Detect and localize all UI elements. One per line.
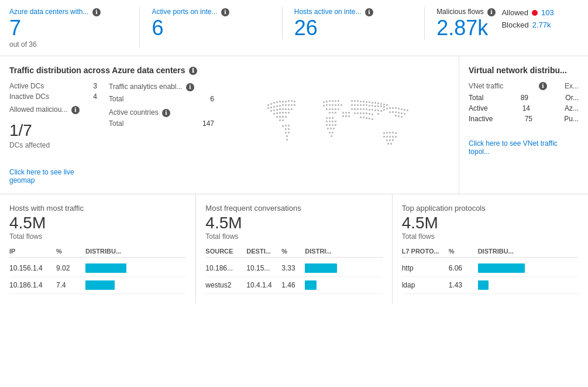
hosts-active-label[interactable]: Hosts active on inte...: [294, 8, 362, 16]
svg-rect-22: [276, 109, 278, 111]
svg-rect-63: [329, 108, 331, 110]
hosts-ip-header: IP: [9, 248, 56, 255]
traffic-section-info-icon[interactable]: ℹ: [189, 67, 197, 75]
svg-rect-20: [270, 110, 272, 112]
svg-rect-82: [330, 128, 332, 129]
svg-rect-53: [335, 100, 336, 102]
svg-rect-74: [329, 121, 331, 122]
vnet-inactive-row: Inactive 75 Pu...: [469, 115, 579, 123]
svg-rect-142: [383, 109, 385, 111]
active-ports-info-icon[interactable]: ℹ: [221, 8, 229, 16]
svg-rect-45: [285, 132, 287, 133]
svg-rect-120: [357, 108, 359, 110]
table-row: 10.156.1.4 9.02: [9, 260, 186, 277]
svg-rect-83: [333, 128, 335, 129]
top-metrics-bar: Azure data centers with... ℹ 7 out of 36…: [0, 0, 588, 56]
svg-rect-81: [327, 128, 329, 129]
conv-src-header: SOURCE: [205, 248, 246, 255]
svg-rect-77: [326, 124, 328, 126]
host-bar-fill-2: [85, 280, 115, 290]
active-countries-info-icon[interactable]: ℹ: [162, 109, 170, 117]
proto-l7-header: L7 PROTO...: [402, 248, 449, 255]
azure-dc-label[interactable]: Azure data centers with...: [9, 8, 88, 16]
allowed-malicious-info-icon[interactable]: ℹ: [71, 106, 80, 114]
traffic-section-title: Traffic distribution across Azure data c…: [9, 66, 449, 75]
svg-rect-147: [398, 108, 400, 109]
svg-rect-151: [389, 111, 391, 113]
active-dcs-row: Active DCs 3: [9, 82, 97, 90]
svg-rect-159: [401, 116, 403, 118]
blocked-count: 2.77k: [532, 19, 551, 32]
svg-rect-97: [363, 101, 365, 102]
svg-rect-156: [404, 113, 405, 115]
svg-rect-37: [285, 116, 287, 118]
malicious-flows-info-icon[interactable]: ℹ: [487, 8, 496, 16]
svg-rect-160: [383, 132, 385, 134]
vnet-link[interactable]: Click here to see VNet traffic topol...: [469, 139, 579, 156]
svg-rect-24: [282, 108, 284, 110]
hosts-active-info-icon[interactable]: ℹ: [365, 8, 373, 16]
dcs-fraction: 1/7: [9, 121, 97, 140]
conv-dst-1: 10.15...: [246, 264, 281, 272]
vnet-section-title: Virtual network distribu...: [469, 66, 579, 75]
svg-rect-140: [377, 113, 379, 115]
vnet-or-label: Or...: [565, 94, 579, 102]
svg-rect-131: [363, 112, 365, 114]
svg-rect-145: [392, 107, 394, 109]
active-countries-total-row: Total 147: [109, 119, 214, 128]
svg-rect-122: [363, 108, 365, 110]
hosts-dist-header: DISTRIBU...: [85, 248, 186, 255]
svg-rect-94: [354, 100, 356, 102]
svg-rect-114: [374, 105, 376, 107]
svg-rect-124: [369, 109, 370, 111]
azure-dc-value: 7: [9, 16, 128, 40]
analytics-info-icon[interactable]: ℹ: [186, 83, 194, 91]
conv-bar-fill-1: [305, 263, 337, 273]
svg-rect-48: [286, 139, 288, 141]
protocols-title: Top application protocols: [402, 204, 579, 213]
svg-rect-167: [389, 136, 391, 138]
svg-rect-30: [279, 112, 281, 114]
hosts-traffic-value: 4.5M: [9, 214, 186, 232]
svg-rect-148: [401, 108, 403, 110]
active-dcs-value: 3: [93, 82, 97, 90]
proto-name-2: ldap: [402, 281, 449, 289]
svg-rect-29: [276, 112, 278, 114]
svg-rect-128: [354, 112, 356, 114]
malicious-flows-label[interactable]: Malicious flows: [436, 8, 484, 16]
svg-rect-108: [357, 104, 359, 106]
hosts-active-metric: Hosts active on inte... ℹ 26: [294, 7, 425, 39]
svg-rect-75: [332, 121, 333, 122]
protocols-section: Top application protocols 4.5M Total flo…: [393, 194, 588, 303]
svg-rect-106: [351, 104, 353, 106]
svg-rect-101: [374, 102, 376, 104]
azure-dc-sub: out of 36: [9, 40, 128, 49]
hosts-traffic-title: Hosts with most traffic: [9, 204, 186, 213]
traffic-section: Traffic distribution across Azure data c…: [0, 56, 459, 194]
svg-rect-15: [282, 104, 284, 106]
active-ports-value: 6: [152, 16, 270, 40]
blocked-row: Blocked 2.77k: [501, 19, 553, 32]
table-row: westus2 10.4.1.4 1.46: [205, 277, 382, 294]
svg-rect-66: [338, 108, 339, 110]
svg-rect-80: [335, 124, 336, 126]
svg-rect-2: [273, 102, 275, 104]
hosts-traffic-sub: Total flows: [9, 232, 186, 241]
svg-rect-87: [342, 112, 344, 114]
vnet-active-row: Active 14 Az...: [469, 104, 579, 112]
svg-rect-123: [366, 108, 367, 110]
active-ports-label[interactable]: Active ports on inte...: [152, 8, 217, 16]
conv-src-1: 10.186...: [205, 264, 246, 272]
svg-rect-129: [357, 112, 359, 114]
svg-rect-92: [348, 115, 350, 117]
azure-dc-info-icon[interactable]: ℹ: [92, 8, 101, 16]
protocols-sub: Total flows: [402, 232, 579, 241]
vnet-traffic-info-icon[interactable]: ℹ: [539, 82, 547, 90]
svg-rect-21: [273, 109, 275, 111]
dcs-affected-label: DCs affected: [9, 141, 97, 149]
svg-rect-65: [335, 108, 336, 110]
active-countries-label: Active countries: [109, 108, 159, 117]
svg-rect-31: [282, 112, 284, 114]
geomap-link[interactable]: Click here to see live geomap: [9, 168, 97, 184]
analytics-total-label: Total: [109, 95, 123, 103]
